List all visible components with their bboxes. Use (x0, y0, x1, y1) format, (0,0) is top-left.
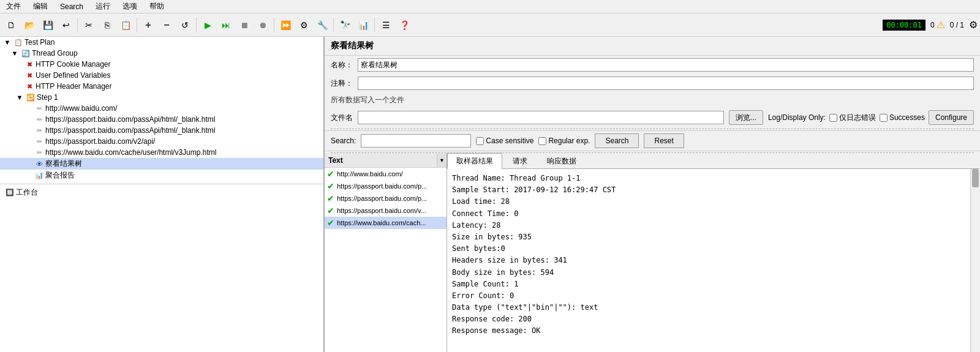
regular-exp-label[interactable]: Regular exp. (538, 137, 590, 145)
warn-icon: ⚠ (937, 19, 945, 31)
detail-tabs: 取样器结果 请求 响应数据 (447, 153, 980, 169)
paste-button[interactable]: 📋 (117, 17, 134, 34)
list-item[interactable]: ✔ https://www.baidu.com/cach... (325, 217, 447, 229)
scrollbar[interactable] (970, 169, 980, 352)
successes-checkbox[interactable] (880, 114, 888, 122)
configure-button[interactable]: Configure (929, 110, 974, 125)
status-ok-icon: ✔ (327, 206, 334, 215)
url5-icon: ✏ (34, 148, 44, 157)
tree-item-aggregate[interactable]: 📊 聚合报告 (0, 170, 323, 181)
sample-url: https://passport.baidu.com/v... (337, 207, 426, 214)
name-input[interactable] (358, 58, 974, 72)
list-item[interactable]: ✔ https://passport.baidu.com/v... (325, 204, 447, 217)
search-bar: Search: Case sensitive Regular exp. Sear… (325, 130, 980, 151)
tree-item-header-manager[interactable]: ✖ HTTP Header Manager (0, 81, 323, 92)
thread-group-icon: 🔄 (21, 48, 31, 58)
run-button[interactable]: ▶ (199, 17, 216, 34)
sample-list-dropdown[interactable]: ▼ (437, 154, 447, 167)
log-errors-checkbox-label[interactable]: 仅日志错误 (829, 113, 876, 123)
tree-item-workbench[interactable]: 🔲 工作台 (2, 187, 321, 198)
aggregate-icon: 📊 (34, 171, 44, 181)
case-sensitive-checkbox[interactable] (476, 137, 484, 145)
tab-request[interactable]: 请求 (503, 153, 537, 168)
remove-button[interactable]: − (158, 17, 175, 34)
tree-item-result-tree[interactable]: 👁 察看结果树 (0, 158, 323, 170)
menu-run[interactable]: 运行 (92, 0, 114, 13)
detail-line: Size in bytes: 935 (452, 231, 965, 243)
tree-item-thread-group[interactable]: ▼ 🔄 Thread Group (0, 48, 323, 59)
detail-line: Error Count: 0 (452, 290, 965, 302)
binoculars-button[interactable]: 🔭 (336, 17, 353, 34)
url5-label: https://www.baidu.com/cache/user/html/v3… (45, 148, 216, 157)
search-label: Search: (331, 137, 356, 145)
left-panel: ▼ 📋 Test Plan ▼ 🔄 Thread Group ✖ HTTP Co… (0, 37, 325, 352)
remote-clear-button[interactable]: 🔧 (314, 17, 331, 34)
stop-clean-button[interactable]: ⏺ (254, 17, 271, 34)
tree-item-url1[interactable]: ✏ http://www.baidu.com/ (0, 103, 323, 114)
list-item[interactable]: ✔ https://passport.baidu.com/p... (325, 192, 447, 204)
scrollbar-track (971, 169, 980, 352)
regular-exp-checkbox[interactable] (538, 137, 546, 145)
thread-expand-icon: ▼ (10, 48, 20, 58)
stop-button[interactable]: ⏹ (236, 17, 253, 34)
tree-item-url3[interactable]: ✏ https://passport.baidu.com/passApi/htm… (0, 125, 323, 136)
comment-row: 注释： (325, 74, 980, 92)
list-item[interactable]: ✔ https://passport.baidu.com/p... (325, 180, 447, 192)
copy-button[interactable]: ⎘ (99, 17, 116, 34)
detail-content: Thread Name: Thread Group 1-1Sample Star… (447, 169, 970, 352)
comment-input[interactable] (358, 77, 974, 90)
tree-item-cookie-manager[interactable]: ✖ HTTP Cookie Manager (0, 59, 323, 70)
add-button[interactable]: + (140, 17, 157, 34)
url4-label: https://passport.baidu.com/v2/api/ (45, 137, 155, 146)
browse-button[interactable]: 浏览... (729, 110, 763, 125)
remote-config-button[interactable]: ⚙ (295, 17, 312, 34)
search-button[interactable]: Search (595, 133, 639, 148)
tab-response-data[interactable]: 响应数据 (538, 153, 586, 168)
report-button[interactable]: 📊 (355, 17, 372, 34)
toolbar-sep-1 (77, 18, 78, 32)
successes-label: Successes (889, 113, 925, 122)
menu-options[interactable]: 选项 (119, 0, 141, 13)
successes-checkbox-label[interactable]: Successes (880, 113, 925, 122)
toolbar: 🗋 📂 💾 ↩ ✂ ⎘ 📋 + − ↺ ▶ ⏭ ⏹ ⏺ ⏩ ⚙ 🔧 🔭 📊 ☰ … (0, 13, 980, 37)
new-button[interactable]: 🗋 (2, 17, 20, 34)
tree-item-url2[interactable]: ✏ https://passport.baidu.com/passApi/htm… (0, 114, 323, 125)
log-errors-checkbox[interactable] (829, 114, 837, 122)
cut-button[interactable]: ✂ (80, 17, 97, 34)
tab-sampler-result[interactable]: 取样器结果 (447, 153, 502, 169)
detail-line: Latency: 28 (452, 220, 965, 231)
tree-item-test-plan[interactable]: ▼ 📋 Test Plan (0, 37, 323, 48)
undo-button[interactable]: ↺ (176, 17, 194, 34)
url2-icon: ✏ (34, 114, 44, 124)
scrollbar-thumb[interactable] (972, 169, 979, 187)
tree-item-step1[interactable]: ▼ 🔁 Step 1 (0, 92, 323, 103)
menu-search[interactable]: Search (56, 1, 87, 12)
tree-item-url5[interactable]: ✏ https://www.baidu.com/cache/user/html/… (0, 147, 323, 158)
run-all-button[interactable]: ⏭ (217, 17, 235, 34)
status-ok-icon: ✔ (327, 218, 334, 228)
save-button[interactable]: 💾 (39, 17, 56, 34)
settings-icon[interactable]: ⚙ (969, 19, 978, 31)
detail-line: Sent bytes:0 (452, 243, 965, 255)
url1-icon: ✏ (34, 103, 44, 113)
test-plan-label: Test Plan (24, 38, 55, 47)
list-item[interactable]: ✔ http://www.baidu.com/ (325, 168, 447, 180)
search-input[interactable] (361, 134, 471, 148)
toolbar-status: 00:00:01 0 ⚠ 0 / 1 ⚙ (883, 19, 978, 31)
case-sensitive-label[interactable]: Case sensitive (476, 137, 533, 145)
menu-help[interactable]: 帮助 (146, 0, 168, 13)
tree-item-user-vars[interactable]: ✖ User Defined Variables (0, 70, 323, 81)
reset-button[interactable]: Reset (644, 133, 684, 148)
remote-run-button[interactable]: ⏩ (277, 17, 294, 34)
menu-edit[interactable]: 编辑 (29, 0, 51, 13)
open-button[interactable]: 📂 (21, 17, 38, 34)
question-button[interactable]: ❓ (396, 17, 413, 34)
menu-file[interactable]: 文件 (2, 0, 24, 13)
tree-item-url4[interactable]: ✏ https://passport.baidu.com/v2/api/ (0, 136, 323, 147)
file-input[interactable] (358, 111, 724, 124)
detail-line: Headers size in bytes: 341 (452, 255, 965, 266)
sample-list-header: Text ▼ (325, 153, 447, 168)
separator (331, 129, 974, 129)
revert-button[interactable]: ↩ (58, 17, 75, 34)
list-button[interactable]: ☰ (377, 17, 394, 34)
